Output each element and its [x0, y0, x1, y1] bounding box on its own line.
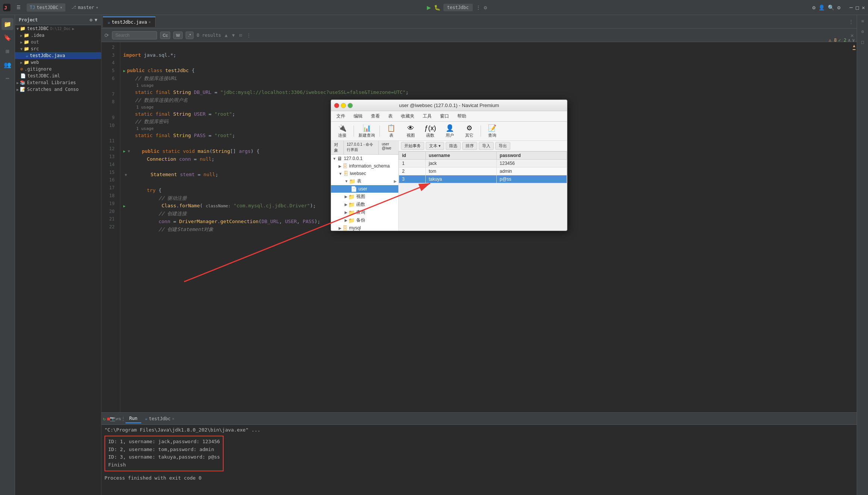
bottom-stop-icon[interactable]: ■: [107, 416, 110, 421]
tree-item-testjdbc-java[interactable]: ☕ testJdbc.java: [15, 52, 101, 59]
navicat-view-btn[interactable]: 👁 视图: [402, 124, 420, 139]
close-button[interactable]: ✕: [862, 5, 865, 11]
navicat-menu-help[interactable]: 帮助: [454, 112, 470, 121]
navicat-menu-view[interactable]: 查看: [367, 112, 384, 121]
navicat-tree-view[interactable]: ▶ 📁 视图: [331, 193, 398, 201]
notif-collapse-icon[interactable]: ∨: [852, 38, 855, 43]
more-tabs-icon[interactable]: ⋮: [845, 19, 857, 25]
right-icon-2[interactable]: ⚙: [858, 27, 867, 36]
navicat-user-tab[interactable]: user @iwe: [379, 141, 398, 154]
col-header-password[interactable]: password: [496, 152, 567, 160]
search-more-icon[interactable]: ⋮: [246, 33, 251, 38]
search-next-icon[interactable]: ▼: [232, 33, 234, 38]
navicat-tree-iwebsec[interactable]: ▼ 🗄 iwebsec: [331, 170, 398, 177]
translate-icon[interactable]: ⚙: [812, 5, 815, 11]
bottom-rerun-icon[interactable]: ↻: [103, 416, 106, 421]
more-actions-icon[interactable]: ⋮: [476, 5, 481, 11]
expand-arrow-right[interactable]: ▶: [394, 179, 397, 183]
navicat-query-btn[interactable]: 📝 查询: [483, 123, 501, 139]
right-icon-1[interactable]: ≡: [858, 17, 867, 26]
regex-btn[interactable]: .*: [186, 32, 194, 39]
navicat-tree-query[interactable]: ▶ 📁 查询: [331, 208, 398, 216]
person-icon[interactable]: 👤: [818, 5, 825, 11]
navicat-menu-favorites[interactable]: 收藏夹: [397, 112, 418, 121]
expand-icon[interactable]: ▼: [95, 17, 97, 23]
maximize-button[interactable]: □: [856, 5, 859, 11]
people-icon[interactable]: 👥: [2, 59, 14, 71]
tree-item-src[interactable]: ▼ 📁 src: [15, 45, 101, 52]
bookmark-icon[interactable]: 🔖: [2, 32, 14, 44]
table-row-2[interactable]: 2 tom admin: [399, 168, 567, 175]
col-header-username[interactable]: username: [425, 152, 496, 160]
warning-count[interactable]: ⚠ 8: [829, 38, 837, 43]
bottom-tab-testjdbc[interactable]: ☕ testJdbc ✕: [141, 415, 178, 423]
navicat-filter-btn[interactable]: 筛选: [446, 142, 461, 150]
expand-more-icon[interactable]: ▶: [72, 27, 74, 31]
navicat-text-mode-btn[interactable]: 文本 ▾: [426, 142, 444, 150]
gear-icon[interactable]: ⚙: [90, 17, 92, 23]
bottom-tab-close[interactable]: ✕: [172, 417, 174, 421]
bottom-screenshot-icon[interactable]: 📷: [110, 416, 115, 421]
navicat-tree-func[interactable]: ▶ 📁 函数: [331, 201, 398, 208]
navicat-obj-tab[interactable]: 对象: [331, 141, 344, 154]
bottom-scroll-icon[interactable]: ⇅: [118, 416, 121, 421]
case-sensitive-btn[interactable]: Cc: [160, 32, 170, 39]
branch-selector[interactable]: ⎇ master ▾: [68, 3, 101, 12]
search-input[interactable]: [112, 31, 157, 39]
settings-icon[interactable]: ⚙: [837, 5, 840, 11]
navicat-tree-backup[interactable]: ▶ 📁 备份: [331, 216, 398, 224]
tree-item-scratches[interactable]: ▶ 📝 Scratches and Conso: [15, 86, 101, 93]
navicat-tree-info-schema[interactable]: ▶ 🗄 information_schema: [331, 162, 398, 170]
navicat-begin-transaction[interactable]: 开始事务: [401, 142, 424, 150]
tree-item-web[interactable]: ▶ 📁 web: [15, 59, 101, 66]
bottom-tab-run[interactable]: Run: [126, 414, 141, 423]
debug-button[interactable]: 🐛: [434, 5, 440, 11]
tree-item-idea[interactable]: ▶ 📁 .idea: [15, 32, 101, 39]
search-filter-icon[interactable]: ⊡: [239, 33, 242, 38]
navicat-menu-table[interactable]: 表: [384, 112, 396, 121]
navicat-tree-table[interactable]: ▼ 📁 表 ▶: [331, 177, 398, 185]
hamburger-menu[interactable]: ☰: [14, 3, 24, 12]
navicat-table-btn[interactable]: 📋 表: [382, 123, 400, 139]
navicat-min-btn[interactable]: [341, 103, 346, 108]
navicat-menu-file[interactable]: 文件: [333, 112, 349, 121]
notif-expand-icon[interactable]: ∧: [848, 38, 851, 43]
tree-item-out[interactable]: ▶ 📁 out: [15, 39, 101, 45]
tree-item-external-libs[interactable]: ▶ 📚 External Libraries: [15, 79, 101, 86]
navicat-export-btn[interactable]: 导出: [495, 142, 510, 150]
run-gutter-13[interactable]: ▶: [123, 148, 126, 154]
run-config-label[interactable]: testJdbc: [443, 4, 473, 11]
project-selector[interactable]: TJ testJDBC ▾: [27, 3, 65, 12]
navicat-max-btn[interactable]: [348, 103, 353, 108]
navicat-tree-user[interactable]: 📄 user: [331, 185, 398, 193]
run-button[interactable]: ▶: [427, 3, 431, 11]
navicat-other-btn[interactable]: ⚙ 其它: [460, 123, 478, 139]
navicat-cmd-tab[interactable]: 127.0.0.1 - 命令行界面: [344, 141, 379, 154]
editor-tab-testjdbc[interactable]: ☕ testJdbc.java ✕: [103, 17, 156, 27]
navicat-menu-window[interactable]: 窗口: [436, 112, 453, 121]
search-prev-icon[interactable]: ▲: [225, 33, 227, 38]
tab-close-icon[interactable]: ✕: [148, 20, 151, 24]
search-icon[interactable]: 🔍: [828, 5, 834, 11]
navicat-func-btn[interactable]: ƒ(x) 函数: [421, 124, 439, 139]
word-btn[interactable]: W: [173, 32, 182, 39]
bottom-wrap-icon[interactable]: ⇄: [115, 416, 118, 421]
navicat-connect-btn[interactable]: 🔌 连接: [333, 123, 351, 139]
check-count[interactable]: ✓ 2: [838, 38, 847, 43]
minimize-button[interactable]: ─: [850, 5, 853, 11]
navicat-tree-127[interactable]: ▼ 🖥 127.0.0.1: [331, 155, 398, 162]
tree-item-iml[interactable]: 📄 testJDBC.iml: [15, 72, 101, 79]
run-gutter-5[interactable]: ▶: [123, 68, 126, 74]
tree-item-gitignore[interactable]: ⊘ .gitignore: [15, 66, 101, 72]
navicat-user-btn[interactable]: 👤 用户: [441, 123, 459, 139]
table-row-3[interactable]: 3 takuya p@ss: [399, 175, 567, 183]
structure-icon[interactable]: ⊞: [2, 45, 14, 57]
navicat-new-query-btn[interactable]: 📊 新建查询: [356, 123, 377, 139]
navicat-import-btn[interactable]: 导入: [479, 142, 494, 150]
right-icon-3[interactable]: □: [858, 38, 867, 47]
more-sidebar-icon[interactable]: ⋯: [2, 72, 14, 84]
navicat-menu-edit[interactable]: 编辑: [350, 112, 366, 121]
navicat-sort-btn[interactable]: 排序: [462, 142, 477, 150]
navicat-close-btn[interactable]: [334, 103, 339, 108]
table-row-1[interactable]: 1 jack 123456: [399, 160, 567, 168]
